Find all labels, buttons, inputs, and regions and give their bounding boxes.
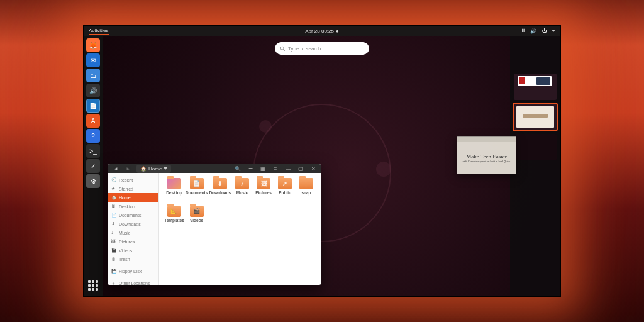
sidebar-item-label: Downloads [119,222,141,226]
folder-icon [167,178,181,189]
sidebar-item-recent[interactable]: 🕘Recent [108,175,158,184]
sidebar-item-home[interactable]: 🏠Home [108,193,158,202]
sidebar-item-floppy-disk[interactable]: 💾Floppy Disk [108,265,158,275]
sidebar-item-other-locations[interactable]: ＋Other Locations [108,277,158,285]
back-button[interactable]: ◄ [111,164,120,173]
floppy-disk-icon: 💾 [111,269,116,274]
files-icon[interactable]: 🗂 [86,69,100,82]
sidebar-item-label: Other Locations [119,281,150,286]
search-icon [280,46,286,52]
files-headerbar: ◄ ► 🏠 Home 🔍 ☰ ▦ ≡ — ▢ ✕ [108,164,321,173]
folder-icon: ⬇ [213,178,227,189]
sidebar-item-label: Floppy Disk [119,269,142,274]
network-icon[interactable]: ⠿ [521,28,525,34]
svg-point-0 [280,47,284,50]
folder-documents[interactable]: 📄Documents [186,178,208,203]
search-placeholder: Type to search... [288,46,325,52]
close-button[interactable]: ✕ [309,164,318,173]
sidebar-item-pictures[interactable]: 🖼Pictures [108,237,158,246]
folder-label: Music [236,191,248,195]
overview-search[interactable]: Type to search... [275,42,369,55]
clock-label[interactable]: Apr 28 00:25 [305,28,334,34]
help-icon[interactable]: ? [86,129,100,143]
sidebar-item-label: Home [119,196,131,200]
path-chevron-icon [164,167,167,170]
search-button[interactable]: 🔍 [233,164,242,173]
workspace-thumb-3[interactable] [514,134,557,160]
folder-icon: 🎬 [190,206,204,217]
dragged-window-titlebar [457,137,516,142]
svg-line-1 [284,49,285,50]
dragged-window-preview[interactable]: Make Tech Easier with Canva's support fo… [457,136,516,174]
folder-pictures[interactable]: 🖼Pictures [253,178,274,203]
show-applications-button[interactable] [86,279,100,292]
videos-icon: 🎬 [111,248,116,253]
dock: 🦊✉🗂🔊📄A?>_✓⚙ [84,36,103,296]
sidebar-item-label: Pictures [119,240,135,244]
music-icon: ♪ [111,230,116,235]
minimize-button[interactable]: — [284,164,292,173]
maximize-button[interactable]: ▢ [296,164,305,173]
folder-icon: 🖼 [257,178,270,189]
settings-icon[interactable]: ⚙ [86,174,100,188]
firefox-icon[interactable]: 🦊 [86,38,100,52]
sidebar-item-starred[interactable]: ★Starred [108,184,158,193]
thunderbird-icon[interactable]: ✉ [86,53,100,67]
rhythmbox-icon[interactable]: 🔊 [86,84,100,97]
documents-icon: 📄 [111,213,116,218]
folder-desktop[interactable]: Desktop [164,178,184,203]
dragged-window-title: Make Tech Easier [466,153,507,160]
folder-label: Templates [164,218,184,223]
dragged-window-subtitle: with Canva's support for built-in Intel … [463,160,511,163]
folder-downloads[interactable]: ⬇Downloads [209,178,231,203]
chevron-down-icon[interactable] [552,30,555,32]
software-icon[interactable]: A [86,114,100,128]
starred-icon: ★ [111,186,116,191]
hamburger-button[interactable]: ≡ [271,164,280,173]
pictures-icon: 🖼 [111,239,116,244]
sidebar-item-label: Starred [119,187,133,191]
home-icon: 🏠 [140,166,147,172]
screen: Activities Apr 28 00:25 ● ⠿ 🔊 ⏻ 🦊✉🗂🔊📄A?>… [83,25,561,297]
workspace-thumb-2[interactable] [514,104,557,130]
folder-label: Documents [186,191,208,195]
folder-music[interactable]: ♪Music [232,178,252,203]
sidebar-item-label: Desktop [119,204,135,209]
activities-button[interactable]: Activities [89,28,109,35]
forward-button[interactable]: ► [124,164,133,173]
sidebar-item-downloads[interactable]: ⬇Downloads [108,219,158,228]
terminal-icon[interactable]: >_ [86,144,100,158]
clock-dot: ● [336,28,339,34]
sidebar-item-videos[interactable]: 🎬Videos [108,246,158,255]
path-label: Home [148,166,162,172]
path-bar[interactable]: 🏠 Home [136,165,171,173]
desktop-icon: 🖥 [111,204,116,209]
folder-icon [299,178,313,189]
sidebar-item-desktop[interactable]: 🖥Desktop [108,202,158,211]
sidebar-item-trash[interactable]: 🗑Trash [108,255,158,264]
folder-label: Downloads [209,191,231,195]
folder-templates[interactable]: 📐Templates [164,206,184,231]
folder-public[interactable]: ↗Public [275,178,295,203]
workspace-switcher [510,36,560,296]
power-icon[interactable]: ⏻ [541,28,547,34]
downloads-icon: ⬇ [111,221,116,226]
top-bar: Activities Apr 28 00:25 ● ⠿ 🔊 ⏻ [84,26,560,36]
sidebar-item-label: Documents [119,213,141,218]
sidebar-item-label: Music [119,231,130,235]
view-list-button[interactable]: ☰ [246,164,255,173]
writer-icon[interactable]: 📄 [86,99,100,113]
sidebar-item-documents[interactable]: 📄Documents [108,211,158,219]
files-content: Desktop📄Documents⬇Downloads♪Music🖼Pictur… [159,173,321,285]
folder-videos[interactable]: 🎬Videos [186,206,208,231]
folder-snap[interactable]: snap [296,178,316,203]
workspace-thumb-1[interactable] [514,74,557,100]
files-sidebar: 🕘Recent★Starred🏠Home🖥Desktop📄Documents⬇D… [108,173,159,285]
files-window[interactable]: ◄ ► 🏠 Home 🔍 ☰ ▦ ≡ — ▢ ✕ [108,164,321,285]
recent-icon: 🕘 [111,177,116,182]
todo-icon[interactable]: ✓ [86,159,100,173]
other-locations-icon: ＋ [111,280,116,285]
volume-icon[interactable]: 🔊 [530,28,536,34]
sidebar-item-music[interactable]: ♪Music [108,228,158,237]
view-grid-button[interactable]: ▦ [258,164,267,173]
